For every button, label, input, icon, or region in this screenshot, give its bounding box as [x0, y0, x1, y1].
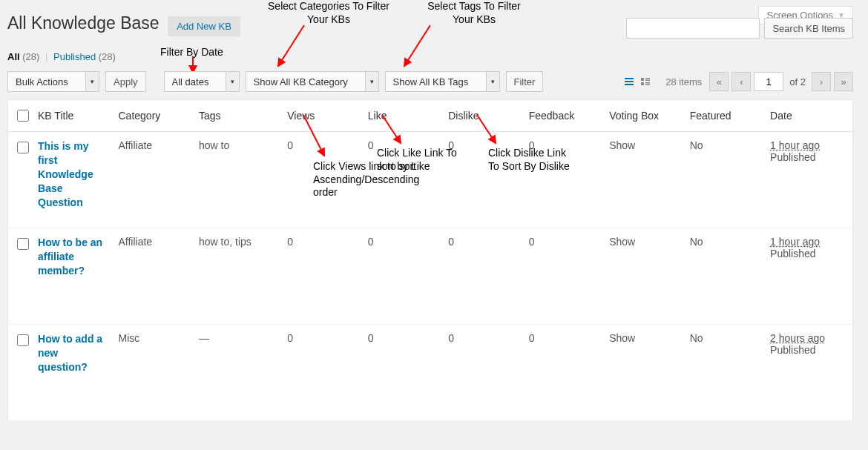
svg-rect-9	[641, 78, 644, 81]
cell-dislike: 0	[442, 325, 522, 421]
cell-date-status: Published	[770, 344, 816, 356]
cell-dislike: 0	[442, 228, 522, 325]
cell-tags: —	[193, 325, 281, 421]
cell-date-status: Published	[770, 151, 816, 163]
cell-category: Misc	[113, 325, 193, 421]
row-checkbox[interactable]	[17, 334, 29, 346]
arrow-icon	[401, 25, 438, 70]
first-page-button[interactable]: «	[709, 72, 729, 91]
page-of: of 2	[789, 76, 806, 87]
kb-table: KB Title Category Tags Views Like Dislik…	[7, 99, 853, 421]
filter-button[interactable]: Filter	[506, 71, 544, 92]
col-views[interactable]: Views	[281, 100, 361, 132]
cell-feedback: 0	[523, 132, 603, 228]
table-row: How to be an affiliate member?Affiliateh…	[8, 228, 853, 325]
cell-category: Affiliate	[113, 228, 193, 325]
cell-voting: Show	[603, 325, 683, 421]
add-new-button[interactable]: Add New KB	[168, 16, 240, 36]
kb-title-link[interactable]: This is my first Knowledge Base Question	[38, 139, 106, 209]
cell-date-ago: 1 hour ago	[770, 139, 820, 151]
row-checkbox[interactable]	[17, 142, 29, 153]
status-filter-all[interactable]: All (28)	[7, 51, 42, 62]
cell-date-ago: 1 hour ago	[770, 236, 820, 248]
row-checkbox[interactable]	[17, 238, 29, 250]
col-voting: Voting Box	[603, 100, 683, 132]
col-dislike[interactable]: Dislike	[442, 100, 522, 132]
svg-rect-7	[625, 81, 634, 82]
col-category: Category	[113, 100, 193, 132]
cell-date-status: Published	[770, 248, 816, 259]
tags-filter-select[interactable]: Show All KB Tags	[385, 71, 500, 92]
col-feedback: Feedback	[523, 100, 603, 132]
annotation-filter-cat: Select Categories To Filter Your KBs	[266, 0, 392, 26]
col-featured: Featured	[684, 100, 764, 132]
cell-category: Affiliate	[113, 132, 193, 228]
apply-button[interactable]: Apply	[105, 71, 146, 92]
col-title[interactable]: KB Title	[32, 100, 112, 132]
next-page-button[interactable]: ›	[812, 72, 831, 91]
svg-rect-11	[645, 80, 650, 82]
bulk-actions-select[interactable]: Bulk Actions	[7, 71, 99, 92]
select-all-checkbox[interactable]	[17, 110, 29, 122]
list-view-icon[interactable]	[621, 73, 637, 90]
cell-date-ago: 2 hours ago	[770, 332, 825, 344]
svg-rect-14	[645, 85, 650, 86]
status-filter: All (28) | Published (28)	[7, 51, 853, 62]
search-input[interactable]	[626, 18, 760, 39]
page-input[interactable]	[754, 72, 783, 91]
table-row: How to add a new question?Misc—0000ShowN…	[8, 325, 853, 421]
page-title: All Knowledge Base	[7, 13, 160, 33]
svg-rect-6	[625, 78, 634, 79]
cell-views: 0	[281, 228, 361, 325]
arrow-icon	[274, 25, 312, 70]
last-page-button[interactable]: »	[834, 72, 853, 91]
col-like[interactable]: Like	[362, 100, 442, 132]
cell-voting: Show	[603, 132, 683, 228]
prev-page-button[interactable]: ‹	[731, 72, 751, 91]
category-filter-select[interactable]: Show All KB Category	[246, 71, 379, 92]
cell-like: 0	[362, 132, 442, 228]
col-date[interactable]: Date	[764, 100, 852, 132]
svg-rect-13	[645, 82, 650, 84]
cell-like: 0	[362, 325, 442, 421]
cell-featured: No	[684, 325, 764, 421]
cell-featured: No	[684, 228, 764, 325]
items-count: 28 items	[665, 76, 702, 87]
search-button[interactable]: Search KB Items	[764, 18, 853, 39]
date-filter-select[interactable]: All dates	[164, 71, 240, 92]
svg-rect-10	[645, 78, 650, 79]
cell-views: 0	[281, 132, 361, 228]
cell-featured: No	[684, 132, 764, 228]
cell-voting: Show	[603, 228, 683, 325]
svg-rect-8	[625, 84, 634, 85]
cell-dislike: 0	[442, 132, 522, 228]
cell-feedback: 0	[523, 325, 603, 421]
excerpt-view-icon[interactable]	[637, 73, 654, 90]
cell-like: 0	[362, 228, 442, 325]
cell-feedback: 0	[523, 228, 603, 325]
annotation-filter-tag: Select Tags To Filter Your KBs	[418, 0, 530, 26]
cell-tags: how to, tips	[193, 228, 281, 325]
svg-rect-12	[641, 82, 644, 85]
kb-title-link[interactable]: How to be an affiliate member?	[38, 236, 106, 278]
kb-title-link[interactable]: How to add a new question?	[38, 332, 106, 374]
table-row: This is my first Knowledge Base Question…	[8, 132, 853, 228]
cell-views: 0	[281, 325, 361, 421]
cell-tags: how to	[193, 132, 281, 228]
status-filter-published[interactable]: Published (28)	[53, 51, 116, 62]
col-tags: Tags	[193, 100, 281, 132]
